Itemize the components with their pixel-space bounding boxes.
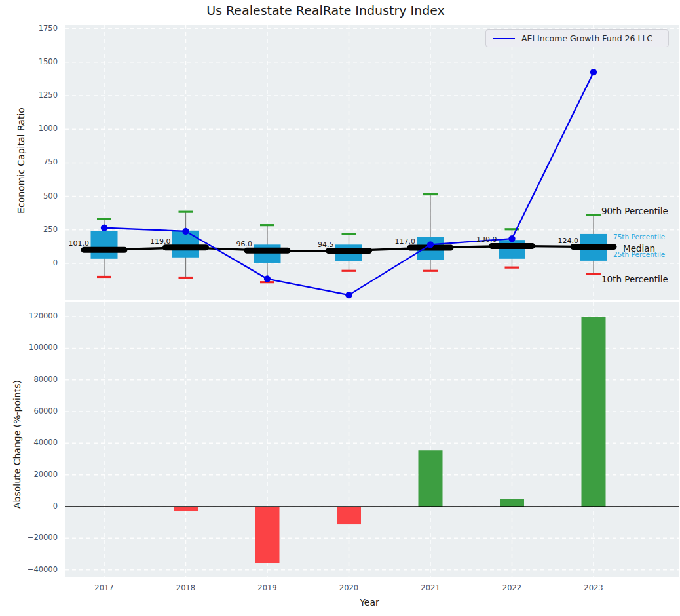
chart-title: Us Realestate RealRate Industry Index bbox=[206, 3, 445, 18]
xtick-2020: 2020 bbox=[330, 583, 369, 593]
top-ytick-1250: 1250 bbox=[10, 90, 58, 100]
median-value-label-2022: 130.0 bbox=[476, 235, 497, 244]
legend: AEI Income Growth Fund 26 LLC bbox=[485, 29, 669, 47]
bottom-ytick-0: 0 bbox=[10, 501, 58, 511]
annotation-75th-percentile: 75th Percentile bbox=[613, 233, 665, 241]
bottom-ytick--20000: −20000 bbox=[10, 533, 58, 543]
fund-point-2023 bbox=[590, 69, 597, 75]
top-ytick-1750: 1750 bbox=[10, 24, 58, 33]
iqr-box-2019 bbox=[254, 244, 281, 263]
median-value-label-2017: 101.0 bbox=[69, 239, 90, 248]
legend-line-sample-icon bbox=[493, 38, 515, 39]
top-ytick-500: 500 bbox=[10, 191, 58, 201]
top-ytick-250: 250 bbox=[10, 225, 58, 235]
top-ytick-1500: 1500 bbox=[10, 57, 58, 67]
annotation-25th-percentile: 25th Percentile bbox=[613, 250, 665, 258]
xtick-2017: 2017 bbox=[85, 583, 124, 593]
bottom-ytick-100000: 100000 bbox=[10, 343, 58, 353]
median-value-label-2021: 117.0 bbox=[395, 237, 416, 246]
top-ytick-750: 750 bbox=[10, 157, 58, 167]
fund-point-2021 bbox=[427, 241, 434, 248]
iqr-box-2017 bbox=[91, 231, 118, 259]
annotation-90th-percentile: 90th Percentile bbox=[601, 206, 668, 216]
change-bar-2023 bbox=[582, 317, 606, 507]
figure: Us Realestate RealRate Industry Index 10… bbox=[0, 0, 680, 616]
change-bar-2020 bbox=[337, 507, 361, 524]
top-ytick-1000: 1000 bbox=[10, 124, 58, 134]
legend-label: AEI Income Growth Fund 26 LLC bbox=[521, 33, 652, 43]
bottom-ytick-60000: 60000 bbox=[10, 406, 58, 416]
fund-point-2020 bbox=[345, 292, 352, 298]
xtick-2019: 2019 bbox=[248, 583, 287, 593]
xtick-2018: 2018 bbox=[166, 583, 206, 593]
change-bar-2018 bbox=[174, 507, 198, 511]
bar-chart-canvas bbox=[65, 302, 679, 577]
median-value-label-2020: 94.5 bbox=[318, 241, 334, 249]
bottom-ytick-80000: 80000 bbox=[10, 375, 58, 385]
top-ytick-0: 0 bbox=[10, 258, 58, 268]
bottom-ytick-40000: 40000 bbox=[10, 438, 58, 448]
fund-point-2019 bbox=[264, 275, 271, 282]
median-value-label-2018: 119.0 bbox=[150, 237, 171, 246]
xtick-2021: 2021 bbox=[411, 583, 450, 593]
xtick-2023: 2023 bbox=[574, 583, 613, 593]
bottom-ytick--40000: −40000 bbox=[10, 565, 58, 575]
xtick-2022: 2022 bbox=[493, 583, 532, 593]
median-value-label-2019: 96.0 bbox=[236, 240, 253, 248]
median-value-label-2023: 124.0 bbox=[558, 237, 579, 245]
change-bar-2021 bbox=[419, 450, 443, 507]
annotation-10th-percentile: 10th Percentile bbox=[601, 274, 668, 284]
fund-point-2017 bbox=[101, 225, 107, 231]
iqr-box-2022 bbox=[499, 240, 525, 259]
bottom-ytick-120000: 120000 bbox=[10, 311, 58, 321]
x-axis-label: Year bbox=[360, 597, 379, 607]
fund-point-2022 bbox=[508, 235, 515, 242]
fund-point-2018 bbox=[182, 228, 189, 235]
bottom-ytick-20000: 20000 bbox=[10, 470, 58, 480]
bottom-axes bbox=[65, 302, 679, 577]
top-axes: 101.0119.096.094.5117.0130.0124.0 bbox=[65, 25, 679, 300]
change-bar-2022 bbox=[500, 499, 524, 507]
boxplot-chart-canvas: 101.0119.096.094.5117.0130.0124.0 bbox=[65, 25, 679, 300]
change-bar-2019 bbox=[255, 507, 280, 563]
